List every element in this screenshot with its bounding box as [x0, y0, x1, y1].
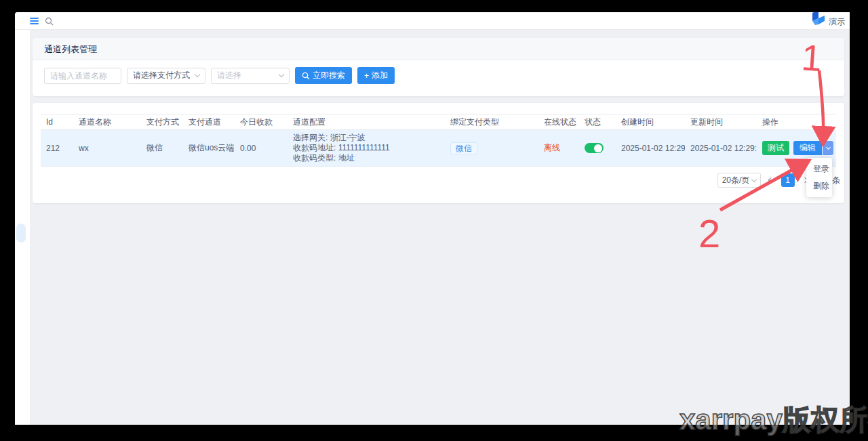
cell-config: 选择网关: 浙江-宁波 收款码地址: 1111111111111 收款码类型: …	[288, 133, 445, 163]
cell-actions: 测试 编辑	[757, 141, 836, 155]
search-icon[interactable]	[45, 16, 54, 28]
app-logo-icon	[810, 12, 827, 29]
cell-created: 2025-01-02 12:29:16	[616, 144, 685, 153]
col-header-today-income: 今日收款	[235, 117, 288, 128]
cell-pay-channel: 微信uos云端	[183, 142, 235, 154]
cell-online-status: 离线	[538, 142, 579, 154]
col-header-online-status: 在线状态	[538, 117, 579, 128]
edit-button[interactable]: 编辑	[793, 141, 822, 155]
filter-bar: 请选择支付方式 请选择 立即搜索 + 添加	[44, 67, 395, 84]
pay-type-tag: 微信	[450, 142, 477, 154]
status-toggle[interactable]	[585, 143, 604, 153]
page-size-value: 20条/页	[722, 175, 750, 186]
sidebar-drag-handle[interactable]	[16, 224, 26, 243]
page-title: 通道列表管理	[33, 38, 844, 60]
menu-item-delete[interactable]: 删除	[806, 177, 832, 194]
table-row: 212 wx 微信 微信uos云端 0.00 选择网关: 浙江-宁波 收款码地址…	[41, 130, 836, 167]
col-header-created: 创建时间	[616, 117, 685, 128]
col-header-config: 通道配置	[288, 117, 445, 128]
table-card: Id 通道名称 支付方式 支付通道 今日收款 通道配置 绑定支付类型 在线状态 …	[33, 103, 844, 203]
edit-dropdown-button[interactable]	[823, 141, 833, 155]
edit-button-group: 编辑	[793, 141, 833, 155]
chevron-left-icon	[768, 177, 773, 183]
col-header-status: 状态	[579, 117, 616, 128]
pay-method-select[interactable]: 请选择支付方式	[127, 68, 205, 84]
config-gateway: 选择网关: 浙江-宁波	[293, 133, 439, 143]
topbar: 演示	[15, 12, 850, 30]
col-header-bound-type: 绑定支付类型	[445, 117, 538, 128]
cell-pay-method: 微信	[141, 142, 183, 154]
chevron-down-icon	[195, 72, 200, 77]
col-header-id: Id	[41, 117, 73, 127]
page-size-select[interactable]: 20条/页	[717, 173, 761, 188]
add-button[interactable]: + 添加	[357, 67, 395, 84]
search-icon	[302, 72, 310, 80]
user-name[interactable]: 演示	[829, 16, 845, 28]
edit-dropdown-menu: 登录 删除	[806, 158, 832, 197]
annotation-step-2: 2	[698, 214, 720, 253]
test-button[interactable]: 测试	[762, 141, 789, 155]
page-number-button[interactable]: 1	[781, 173, 795, 187]
channel-select-placeholder: 请选择	[217, 70, 241, 81]
col-header-name: 通道名称	[73, 117, 141, 128]
config-qr-address: 收款码地址: 1111111111111	[293, 143, 439, 153]
col-header-pay-channel: 支付通道	[183, 117, 235, 128]
col-header-updated: 更新时间	[685, 117, 757, 128]
cell-status	[579, 143, 616, 153]
pay-method-select-value: 请选择支付方式	[133, 70, 190, 81]
toggle-knob	[594, 144, 602, 152]
cell-today-income: 0.00	[235, 144, 288, 153]
channel-table: Id 通道名称 支付方式 支付通道 今日收款 通道配置 绑定支付类型 在线状态 …	[41, 114, 836, 167]
search-button-label: 立即搜索	[313, 70, 345, 81]
chevron-down-icon	[751, 176, 756, 182]
cell-id: 212	[41, 144, 73, 153]
chevron-down-icon	[825, 144, 830, 149]
cell-name: wx	[73, 144, 141, 153]
chevron-down-icon	[279, 72, 284, 77]
search-button[interactable]: 立即搜索	[295, 67, 352, 84]
menu-item-login[interactable]: 登录	[806, 161, 832, 177]
table-header-row: Id 通道名称 支付方式 支付通道 今日收款 通道配置 绑定支付类型 在线状态 …	[41, 114, 836, 130]
cell-bound-type: 微信	[445, 142, 538, 154]
add-button-label: 添加	[372, 70, 388, 81]
plus-icon: +	[364, 71, 369, 81]
channel-select[interactable]: 请选择	[211, 68, 290, 84]
cell-updated: 2025-01-02 12:29:16	[685, 144, 757, 153]
collapsed-sidebar	[15, 30, 30, 425]
config-qr-type: 收款码类型: 地址	[293, 153, 439, 163]
hamburger-menu-icon[interactable]	[30, 18, 39, 24]
main-window: 演示 通道列表管理 请选择支付方式 请选择 立即搜索 + 添加	[15, 12, 850, 425]
offline-status-label: 离线	[544, 143, 560, 152]
channel-name-input[interactable]	[44, 68, 121, 84]
filter-card: 通道列表管理 请选择支付方式 请选择 立即搜索 + 添加	[33, 38, 844, 96]
col-header-actions: 操作	[757, 117, 836, 128]
col-header-pay-method: 支付方式	[141, 117, 183, 128]
prev-page-button[interactable]	[766, 173, 776, 187]
